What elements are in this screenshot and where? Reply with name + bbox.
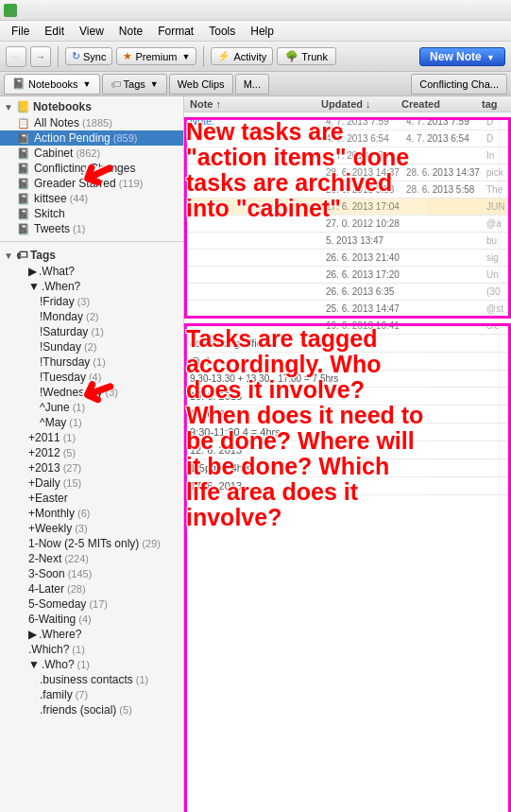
sidebar-tag-saturday[interactable]: !Saturday (1) bbox=[0, 324, 183, 339]
note-item-21[interactable]: 17. 6. 2013 bbox=[184, 477, 511, 495]
note-item-1[interactable]: 4. 7. 2013 6:54 4. 7. 2013 6:54 D bbox=[184, 130, 511, 147]
conflicting-label: Conflicting Cha... bbox=[419, 78, 499, 90]
sidebar-tag-2next[interactable]: 2-Next (224) bbox=[0, 551, 183, 566]
conflicting-tab[interactable]: Conflicting Cha... bbox=[411, 74, 507, 95]
sidebar-tag-daily[interactable]: +Daily (15) bbox=[0, 475, 183, 491]
note-tag-11: @st bbox=[486, 303, 505, 314]
webclips-tab[interactable]: Web Clips bbox=[169, 74, 233, 95]
col-title[interactable]: Note ↑ bbox=[190, 98, 321, 110]
sidebar-tag-tuesday[interactable]: !Tuesday (4) bbox=[0, 370, 183, 385]
sidebar-all-notes[interactable]: 📋 All Notes (1885) bbox=[0, 115, 183, 130]
sidebar-tag-thursday[interactable]: !Thursday (1) bbox=[0, 354, 183, 370]
daily-count: (15) bbox=[63, 477, 82, 489]
sidebar-tag-what[interactable]: ▶ .What? bbox=[0, 264, 183, 279]
note-item-5[interactable]: 27. 6. 2013 17:04 JUN bbox=[184, 199, 511, 216]
sidebar-tag-who[interactable]: ▼ .Who? (1) bbox=[0, 657, 183, 672]
sidebar-tag-monthly[interactable]: +Monthly (6) bbox=[0, 506, 183, 521]
sidebar-tag-sunday[interactable]: !Sunday (2) bbox=[0, 339, 183, 354]
menu-edit[interactable]: Edit bbox=[37, 23, 72, 40]
sidebar-tag-2012[interactable]: +2012 (5) bbox=[0, 445, 183, 460]
note-item-9[interactable]: 26. 6. 2013 17:20 Un bbox=[184, 267, 511, 284]
menu-help[interactable]: Help bbox=[243, 23, 281, 40]
sidebar-skitch[interactable]: 📓 Skitch bbox=[0, 206, 183, 221]
note-item-2[interactable]: 3. 7. 2013 7:39 In bbox=[184, 147, 511, 164]
sidebar-tag-monday[interactable]: !Monday (2) bbox=[0, 309, 183, 324]
sync-button[interactable]: ↻ Sync bbox=[65, 47, 112, 65]
menu-file[interactable]: File bbox=[4, 23, 37, 40]
note-tag-12: cre bbox=[486, 320, 505, 331]
menu-tools[interactable]: Tools bbox=[201, 23, 243, 40]
sidebar-tag-6waiting[interactable]: 6-Waiting (4) bbox=[0, 612, 183, 627]
note-item-12[interactable]: 19. 6. 2013 10:41 cre bbox=[184, 318, 511, 335]
notebooks-tab[interactable]: 📓 Notebooks ▼ bbox=[4, 74, 100, 95]
note-item-14[interactable]: @of bbox=[184, 353, 511, 371]
sidebar-tag-may[interactable]: ^May (1) bbox=[0, 415, 183, 430]
note-item-17[interactable]: 11. 6. 2013 bbox=[184, 406, 511, 423]
premium-button[interactable]: ★ Premium ▼ bbox=[116, 47, 196, 65]
sidebar-tag-2011[interactable]: +2011 (1) bbox=[0, 430, 183, 445]
sidebar-tag-which[interactable]: .Which? (1) bbox=[0, 642, 183, 657]
sidebar-divider-1 bbox=[0, 241, 183, 242]
sidebar-tag-when[interactable]: ▼ .When? bbox=[0, 279, 183, 294]
sidebar-conflicting-changes[interactable]: 📓 Conflicting Changes bbox=[0, 161, 183, 176]
forward-button[interactable]: → bbox=[30, 46, 51, 67]
sunday-label: !Sunday bbox=[40, 340, 81, 354]
note-title-0: Note: bbox=[190, 115, 326, 127]
tag-2012-label: +2012 bbox=[28, 446, 60, 459]
note-item-4[interactable]: 28. 6. 2013 5:58 28. 6. 2013 5:58 The bbox=[184, 181, 511, 199]
tags-section-header[interactable]: ▼ 🏷 Tags bbox=[0, 247, 183, 264]
sidebar-tag-wednesday[interactable]: !Wednesday (3) bbox=[0, 385, 183, 400]
action-pending-count: (859) bbox=[113, 132, 138, 144]
trunk-button[interactable]: 🌳 Trunk bbox=[277, 47, 336, 65]
more-tab[interactable]: M... bbox=[235, 74, 269, 95]
sidebar-tag-4later[interactable]: 4-Later (28) bbox=[0, 581, 183, 596]
sidebar-tag-family[interactable]: .family (7) bbox=[0, 687, 183, 702]
sidebar-action-pending[interactable]: 📓 Action Pending (859) bbox=[0, 130, 183, 146]
sidebar-tag-2013[interactable]: +2013 (27) bbox=[0, 460, 183, 475]
activity-button[interactable]: ⚡ Activity bbox=[211, 47, 273, 65]
note-item-16[interactable]: 10. 6. 2013 bbox=[184, 388, 511, 406]
sidebar-tag-3soon[interactable]: 3-Soon (145) bbox=[0, 566, 183, 581]
sidebar-tag-friends-social[interactable]: .friends (social) (5) bbox=[0, 702, 183, 717]
note-item-0[interactable]: Note: 4. 7. 2013 7:59 4. 7. 2013 7:59 D bbox=[184, 112, 511, 130]
col-updated[interactable]: Updated ↓ bbox=[321, 98, 401, 110]
menu-note[interactable]: Note bbox=[111, 23, 150, 40]
sidebar-tag-where[interactable]: ▶ .Where? bbox=[0, 627, 183, 642]
menu-view[interactable]: View bbox=[72, 23, 111, 40]
tweets-count: (1) bbox=[73, 223, 85, 234]
notebooks-section-header[interactable]: ▼ 📒 Notebooks bbox=[0, 98, 183, 115]
note-item-18[interactable]: 9:30-11:30 4 = 4hrs bbox=[184, 423, 511, 441]
note-item-7[interactable]: 5. 2013 13:47 bu bbox=[184, 233, 511, 250]
menu-format[interactable]: Format bbox=[150, 23, 201, 40]
sidebar-cabinet[interactable]: 📓 Cabinet (862) bbox=[0, 146, 183, 161]
premium-icon: ★ bbox=[123, 50, 132, 62]
note-item-19[interactable]: 12. 6. 2013 bbox=[184, 441, 511, 459]
note-item-8[interactable]: 26. 6. 2013 21:40 sig bbox=[184, 250, 511, 267]
new-note-button[interactable]: New Note ▼ bbox=[419, 47, 505, 66]
col-tag[interactable]: tag bbox=[482, 98, 505, 110]
tags-tab[interactable]: 🏷 Tags ▼ bbox=[102, 74, 167, 95]
skitch-label: Skitch bbox=[34, 207, 65, 220]
back-button[interactable]: ← bbox=[6, 46, 26, 67]
sidebar-tag-easter[interactable]: +Easter bbox=[0, 491, 183, 506]
sidebar-tweets[interactable]: 📓 Tweets (1) bbox=[0, 221, 183, 236]
sidebar-tag-5someday[interactable]: 5-Someday (17) bbox=[0, 596, 183, 612]
note-item-15[interactable]: 9.30-13.30 + 13.30 - 17.00 = 7.5hrs bbox=[184, 371, 511, 388]
note-item-11[interactable]: 25. 6. 2013 14:47 @st bbox=[184, 301, 511, 318]
sidebar-kittsee[interactable]: 📓 kittsee (44) bbox=[0, 191, 183, 206]
col-created[interactable]: Created bbox=[401, 98, 482, 110]
note-item-10[interactable]: 26. 6. 2013 6:35 (30 bbox=[184, 284, 511, 301]
note-item-13[interactable]: co-working offic bbox=[184, 335, 511, 353]
sidebar-tag-weekly[interactable]: +Weekly (3) bbox=[0, 521, 183, 536]
thursday-label: !Thursday bbox=[40, 355, 90, 369]
note-item-6[interactable]: 27. 0. 2012 10:28 @a bbox=[184, 216, 511, 233]
6waiting-label: 6-Waiting bbox=[28, 613, 76, 626]
sidebar-tag-june[interactable]: ^June (1) bbox=[0, 400, 183, 415]
sidebar-tag-friday[interactable]: !Friday (3) bbox=[0, 294, 183, 309]
sidebar-tag-1now[interactable]: 1-Now (2-5 MITs only) (29) bbox=[0, 536, 183, 551]
note-item-3[interactable]: 28. 6. 2013 14:37 28. 6. 2013 14:37 pick bbox=[184, 164, 511, 181]
note-item-20[interactable]: 1-5pm = 4hrs bbox=[184, 459, 511, 477]
sidebar-tag-business-contacts[interactable]: .business contacts (1) bbox=[0, 672, 183, 687]
note-updated-6: 27. 0. 2012 10:28 bbox=[326, 218, 406, 229]
sidebar-greader-starred[interactable]: 📓 Greader Starred (119) bbox=[0, 176, 183, 191]
